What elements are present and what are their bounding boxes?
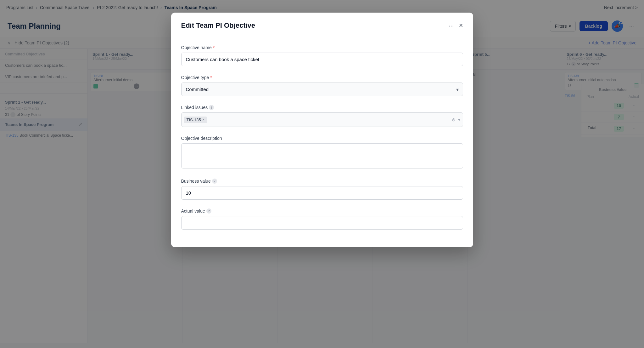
modal-close-button[interactable]: × <box>459 21 463 30</box>
modal-more-button[interactable]: ··· <box>449 22 454 29</box>
business-value-label: Business value ? <box>181 179 463 184</box>
modal-title: Edit Team PI Objective <box>181 21 255 30</box>
objective-name-input[interactable] <box>181 53 463 66</box>
edit-pi-objective-modal: Edit Team PI Objective ··· × Objective n… <box>171 13 473 247</box>
linked-issues-help-icon[interactable]: ? <box>209 105 214 110</box>
objective-description-textarea[interactable] <box>181 143 463 168</box>
objective-name-label: Objective name * <box>181 45 463 50</box>
modal-header: Edit Team PI Objective ··· × <box>171 13 473 36</box>
objective-type-select-wrapper: Committed Uncommitted Stretch ▾ <box>181 83 463 96</box>
actual-value-input[interactable] <box>181 216 463 230</box>
modal-header-actions: ··· × <box>449 21 463 30</box>
linked-issues-label: Linked issues ? <box>181 105 463 110</box>
objective-description-group: Objective description <box>181 136 463 170</box>
objective-description-label: Objective description <box>181 136 463 141</box>
objective-type-group: Objective type * Committed Uncommitted S… <box>181 75 463 96</box>
linked-issues-actions: ⊗ ▾ <box>452 117 460 122</box>
clear-issues-icon[interactable]: ⊗ <box>452 117 456 122</box>
linked-issues-input-area[interactable]: TIS-135 × ⊗ ▾ <box>181 112 463 127</box>
modal-body: Objective name * Objective type * Commit… <box>171 36 473 247</box>
actual-value-group: Actual value ? <box>181 208 463 230</box>
objective-description-label-text: Objective description <box>181 136 222 141</box>
linked-issues-group: Linked issues ? TIS-135 × ⊗ ▾ <box>181 105 463 127</box>
business-value-help-icon[interactable]: ? <box>212 179 217 184</box>
business-value-input[interactable] <box>181 186 463 200</box>
objective-type-label-text: Objective type <box>181 75 209 80</box>
required-star-name: * <box>213 45 215 50</box>
actual-value-help-icon[interactable]: ? <box>206 208 211 214</box>
actual-value-label-text: Actual value <box>181 208 205 214</box>
required-star-type: * <box>210 75 212 80</box>
objective-name-group: Objective name * <box>181 45 463 66</box>
business-value-label-text: Business value <box>181 179 211 184</box>
issue-tag-tis135: TIS-135 × <box>184 117 207 123</box>
chevron-issues-icon[interactable]: ▾ <box>458 117 460 122</box>
business-value-group: Business value ? <box>181 179 463 200</box>
modal-overlay: Edit Team PI Objective ··· × Objective n… <box>0 0 644 348</box>
objective-type-label: Objective type * <box>181 75 463 80</box>
linked-issues-label-text: Linked issues <box>181 105 208 110</box>
objective-type-select[interactable]: Committed Uncommitted Stretch <box>181 83 463 96</box>
actual-value-label: Actual value ? <box>181 208 463 214</box>
objective-name-label-text: Objective name <box>181 45 212 50</box>
issue-tag-label: TIS-135 <box>187 117 201 122</box>
issue-tag-remove-button[interactable]: × <box>202 117 204 122</box>
